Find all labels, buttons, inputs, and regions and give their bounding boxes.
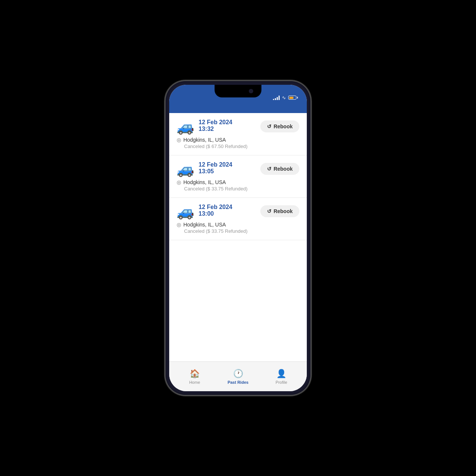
nav-label-past-rides: Past Rides: [228, 380, 248, 385]
ride-item: 🚙 12 Feb 2024 13:00 ↺ Rebook ◎ Hodgkins,…: [169, 198, 307, 240]
ride-status-2: Canceled ($ 33.75 Refunded): [184, 228, 299, 234]
ride-time-1: 13:05: [199, 168, 232, 175]
location-text-2: Hodgkins, IL, USA: [183, 222, 226, 228]
ride-item: 🚙 12 Feb 2024 13:32 ↺ Rebook ◎ Hodgkins,…: [169, 113, 307, 155]
nav-icon-past-rides: 🕐: [233, 369, 243, 379]
phone-screen: ∿ 🚙 12 Feb 2024 13:32: [169, 85, 307, 391]
battery-icon: [288, 96, 298, 100]
rebook-icon-0: ↺: [267, 123, 271, 129]
nav-item-past-rides[interactable]: 🕐 Past Rides: [216, 369, 260, 385]
location-text-0: Hodgkins, IL, USA: [183, 137, 226, 143]
notch: [215, 85, 261, 97]
rebook-label-0: Rebook: [274, 123, 293, 129]
nav-label-home: Home: [189, 380, 200, 385]
nav-icon-home: 🏠: [190, 369, 200, 379]
rebook-button-2[interactable]: ↺ Rebook: [260, 205, 299, 217]
nav-item-home[interactable]: 🏠 Home: [173, 369, 216, 385]
ride-location-1: ◎ Hodgkins, IL, USA: [177, 179, 299, 185]
rebook-label-1: Rebook: [274, 166, 293, 172]
car-icon-0: 🚙: [177, 120, 194, 134]
phone-frame: ∿ 🚙 12 Feb 2024 13:32: [165, 81, 311, 395]
ride-list: 🚙 12 Feb 2024 13:32 ↺ Rebook ◎ Hodgkins,…: [169, 113, 307, 361]
location-text-1: Hodgkins, IL, USA: [183, 179, 226, 185]
rebook-button-0[interactable]: ↺ Rebook: [260, 120, 299, 132]
ride-location-2: ◎ Hodgkins, IL, USA: [177, 222, 299, 228]
wifi-icon: ∿: [282, 95, 286, 100]
ride-datetime-0: 12 Feb 2024 13:32: [199, 119, 232, 132]
rebook-icon-1: ↺: [267, 166, 271, 172]
rebook-button-1[interactable]: ↺ Rebook: [260, 163, 299, 175]
ride-date-2: 12 Feb 2024: [199, 204, 232, 210]
car-icon-1: 🚙: [177, 162, 194, 176]
nav-label-profile: Profile: [276, 380, 287, 385]
ride-time-0: 13:32: [199, 126, 232, 132]
ride-date-0: 12 Feb 2024: [199, 119, 232, 126]
status-icons: ∿: [273, 95, 298, 101]
ride-location-0: ◎ Hodgkins, IL, USA: [177, 137, 299, 143]
ride-datetime-2: 12 Feb 2024 13:00: [199, 204, 232, 217]
bottom-nav: 🏠 Home 🕐 Past Rides 👤 Profile: [169, 361, 307, 391]
location-pin-icon-2: ◎: [177, 222, 181, 228]
camera: [249, 89, 253, 93]
ride-item: 🚙 12 Feb 2024 13:05 ↺ Rebook ◎ Hodgkins,…: [169, 155, 307, 198]
location-pin-icon-1: ◎: [177, 179, 181, 185]
header: [169, 103, 307, 113]
location-pin-icon-0: ◎: [177, 137, 181, 143]
nav-item-profile[interactable]: 👤 Profile: [260, 369, 303, 385]
signal-icon: [273, 96, 280, 100]
ride-status-0: Canceled ($ 67.50 Refunded): [184, 144, 299, 149]
rebook-icon-2: ↺: [267, 208, 271, 214]
ride-date-1: 12 Feb 2024: [199, 161, 232, 168]
ride-datetime-1: 12 Feb 2024 13:05: [199, 161, 232, 175]
ride-time-2: 13:00: [199, 210, 232, 217]
car-icon-2: 🚙: [177, 205, 194, 219]
ride-status-1: Canceled ($ 33.75 Refunded): [184, 186, 299, 192]
nav-icon-profile: 👤: [276, 369, 286, 379]
rebook-label-2: Rebook: [274, 208, 293, 214]
